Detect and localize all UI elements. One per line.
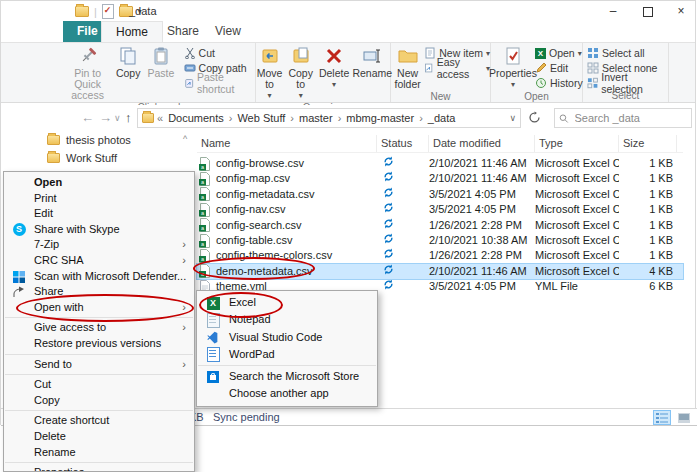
copy-button[interactable]: Copy [112,45,144,80]
menu-divider [5,374,193,375]
file-date: 1/26/2021 2:28 PM [429,218,535,233]
submenu-item-notepad[interactable]: Notepad [197,311,377,328]
menu-item-crc-sha[interactable]: CRC SHA› [4,253,194,269]
column-header-status[interactable]: Status [377,135,429,152]
csv-file-icon: a [199,203,211,217]
file-type: Microsoft Excel C... [535,202,619,217]
file-type: Microsoft Excel C... [535,171,619,186]
paste-button[interactable]: Paste [144,45,178,80]
table-row-selected[interactable]: ademo-metadata.csv 2/10/2021 11:46 AM Mi… [197,264,683,279]
minimize-button[interactable]: – [599,3,627,19]
sidebar-item-label: Work Stuff [66,152,117,164]
table-row[interactable]: aconfig-nav.csv 3/5/2021 4:05 PM Microso… [197,202,683,217]
details-view-button[interactable] [653,410,671,425]
copy-to-button[interactable]: Copy to▾ [286,45,315,102]
new-folder-button[interactable]: New folder [391,45,424,91]
forward-button[interactable]: → [99,110,112,125]
menu-item-share-with-skype[interactable]: S Share with Skype [4,222,194,238]
breadcrumb-item-data[interactable]: _data [426,112,458,124]
menu-item-delete[interactable]: Delete [4,429,194,445]
column-header-name[interactable]: Name [197,135,377,152]
breadcrumb-collapse-chevron[interactable]: « [157,112,163,124]
search-box[interactable] [554,108,692,128]
menu-item-print[interactable]: Print [4,191,194,207]
move-to-button[interactable]: Move to▾ [255,45,285,102]
table-row[interactable]: aconfig-search.csv 1/26/2021 2:28 PM Mic… [197,218,683,233]
sidebar-item-thesis-photos[interactable]: thesis photos [47,134,131,146]
easy-access-button[interactable]: Easy access▾ [424,61,490,75]
history-button[interactable]: History [535,76,583,90]
maximize-button[interactable] [634,3,662,19]
menu-item-send-to[interactable]: Send to› [4,357,194,373]
table-row[interactable]: aconfig-map.csv 2/10/2021 11:46 AM Micro… [197,171,683,186]
properties-button[interactable]: Properties▾ [491,45,535,91]
breadcrumb-item-master[interactable]: master [297,112,335,124]
table-row[interactable]: aconfig-table.csv 2/10/2021 10:38 AM Mic… [197,233,683,248]
breadcrumb-item-documents[interactable]: Documents [166,112,226,124]
search-input[interactable] [573,111,688,125]
menu-item-7zip[interactable]: 7-Zip› [4,237,194,253]
recent-locations-caret[interactable]: ∨ [114,113,121,123]
submenu-item-excel[interactable]: X Excel [197,294,377,311]
cut-button[interactable]: Cut [184,46,255,60]
paste-shortcut-button[interactable]: Paste shortcut [184,76,255,90]
table-row[interactable]: aconfig-theme-colors.csv 1/26/2021 2:28 … [197,248,683,263]
menu-item-copy[interactable]: Copy [4,393,194,409]
csv-file-icon: a [199,264,211,278]
breadcrumb[interactable]: « Documents › Web Stuff › master › mbmg-… [137,108,521,128]
pin-to-quick-access-button[interactable]: Pin to Quick access [63,45,112,102]
menu-item-scan-with-defender[interactable]: Scan with Microsoft Defender... [4,269,194,285]
delete-button[interactable]: Delete▾ [317,45,351,91]
notepad-icon [207,313,220,328]
table-row[interactable]: aconfig-browse.csv 2/10/2021 11:46 AM Mi… [197,156,683,171]
breadcrumb-folder-icon [142,113,154,123]
address-bar-row: ← → ∨ ↑ « Documents › Web Stuff › master… [1,105,695,131]
open-button[interactable]: X Open▾ [535,46,583,60]
refresh-icon [528,111,541,124]
menu-item-give-access-to[interactable]: Give access to› [4,320,194,336]
menu-divider [5,462,193,463]
address-dropdown-caret[interactable]: ∨ [509,113,516,123]
rename-button[interactable]: Rename [353,45,391,80]
tab-view[interactable]: View [201,21,255,42]
menu-item-open-with[interactable]: Open with› [4,300,194,316]
sidebar-scroll-up-arrow[interactable]: ^ [183,134,187,144]
breadcrumb-item-mbmg-master[interactable]: mbmg-master [344,112,416,124]
column-header-date[interactable]: Date modified [429,135,535,152]
submenu-item-choose-another-app[interactable]: Choose another app [197,385,377,402]
sync-pending-icon [383,279,394,290]
breadcrumb-item-webstuff[interactable]: Web Stuff [235,112,287,124]
menu-item-share[interactable]: Share [4,284,194,300]
menu-item-cut[interactable]: Cut [4,377,194,393]
file-date: 2/10/2021 11:46 AM [429,171,535,186]
menu-item-restore-previous-versions[interactable]: Restore previous versions [4,336,194,352]
sidebar-item-work-stuff[interactable]: Work Stuff [47,152,117,164]
menu-item-create-shortcut[interactable]: Create shortcut [4,413,194,429]
context-menu: Open Print Edit S Share with Skype 7-Zip… [3,171,195,472]
submenu-arrow-icon: › [182,253,186,269]
sync-pending-icon [383,233,394,244]
close-button[interactable]: × [667,3,695,19]
file-date: 3/5/2021 4:05 PM [429,187,535,202]
edit-button[interactable]: Edit [535,61,583,75]
back-button[interactable]: ← [81,110,94,125]
select-all-button[interactable]: Select all [587,46,668,60]
menu-item-open[interactable]: Open [4,175,194,191]
submenu-item-search-microsoft-store[interactable]: Search the Microsoft Store [197,368,377,385]
invert-selection-icon [587,77,598,89]
refresh-button[interactable] [528,111,541,126]
properties-qat-icon[interactable] [102,4,114,19]
menu-item-rename[interactable]: Rename [4,445,194,461]
menu-item-properties[interactable]: Properties [4,465,194,472]
submenu-item-wordpad[interactable]: WordPad [197,346,377,363]
select-all-icon [587,47,599,59]
table-row[interactable]: aconfig-metadata.csv 3/5/2021 4:05 PM Mi… [197,187,683,202]
submenu-item-vscode[interactable]: Visual Studio Code [197,329,377,346]
invert-selection-button[interactable]: Invert selection [587,76,668,90]
menu-item-edit[interactable]: Edit [4,206,194,222]
column-header-size[interactable]: Size [619,135,677,152]
copy-to-icon [291,46,311,66]
thumbnail-view-button[interactable] [675,410,693,425]
up-button[interactable]: ↑ [125,110,132,125]
column-header-type[interactable]: Type [535,135,619,152]
